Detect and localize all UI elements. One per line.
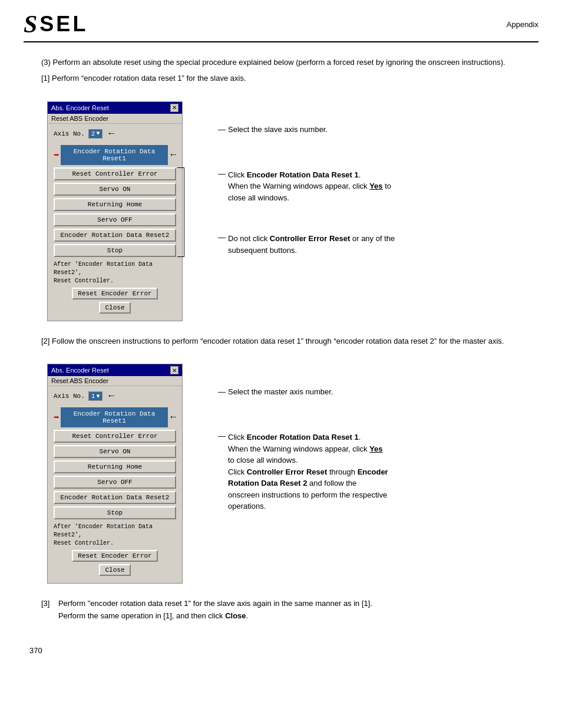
- page-number: 370: [29, 646, 533, 655]
- dialog1-annotations: — Select the slave axis number. — Click …: [218, 101, 395, 256]
- dialog1-axis-arrow-indicator: ←: [108, 129, 114, 139]
- dialog2-annot2: — Click Encoder Rotation Data Reset 1.Wh…: [218, 431, 388, 512]
- dialog1-dropdown-arrow-icon: ▼: [96, 130, 100, 137]
- dialog2-close-icon[interactable]: ✕: [170, 366, 178, 374]
- dialog1-annot3: — Do not click Controller Error Reset or…: [218, 233, 395, 256]
- logo-s-letter: S: [24, 12, 37, 37]
- dialog1-close-row: Close: [54, 302, 176, 314]
- dialog2-axis-value: 1: [91, 393, 95, 400]
- dialog1-btn1-row: ➡ Encoder Rotation Data Reset1 ←: [54, 145, 176, 165]
- step3-final-text: [3] Perform "encoder rotation data reset…: [41, 598, 533, 622]
- dialog1-titlebar: Abs. Encoder Reset ✕: [48, 102, 182, 114]
- dialog2-container: Abs. Encoder Reset ✕ Reset ABS Encoder A…: [47, 364, 183, 584]
- step2-text: [2] Follow the onscreen instructions to …: [41, 335, 533, 348]
- dialog1-returning-home-btn[interactable]: Returning Home: [54, 198, 176, 211]
- dialog1-arrow-icon: ➡: [54, 149, 59, 161]
- dialog2-note: After 'Encoder Rotation Data Reset2', Re…: [54, 523, 176, 548]
- dialog2-area: Abs. Encoder Reset ✕ Reset ABS Encoder A…: [47, 364, 533, 584]
- dialog2-servo-on-btn[interactable]: Servo ON: [54, 445, 176, 458]
- dialog2-annot1-dash: —: [218, 387, 226, 396]
- dialog2-annotations: — Select the master axis number. — Click…: [218, 364, 388, 512]
- dialog2-btn1-arrow-right: ←: [170, 412, 176, 423]
- step3-text: (3) Perform an absolute reset using the …: [29, 57, 533, 69]
- dialog2-titlebar: Abs. Encoder Reset ✕: [48, 364, 182, 376]
- dialog2-title: Abs. Encoder Reset: [51, 367, 109, 374]
- dialog1-bracket: [177, 167, 184, 257]
- dialog2-axis-label: Axis No.: [54, 393, 85, 400]
- dialog2-encoder-reset2-btn[interactable]: Encoder Rotation Data Reset2: [54, 491, 176, 504]
- dialog2-axis-dropdown[interactable]: 1 ▼: [88, 391, 103, 401]
- dialog2-close-btn[interactable]: Close: [99, 564, 130, 576]
- dialog2-box: Abs. Encoder Reset ✕ Reset ABS Encoder A…: [47, 364, 183, 584]
- logo: S SEL: [24, 12, 88, 37]
- dialog1-annot3-text: Do not click Controller Error Reset or a…: [228, 233, 395, 256]
- appendix-label: Appendix: [507, 20, 538, 29]
- dialog2-btn1-row: ➡ Encoder Rotation Data Reset1 ←: [54, 407, 176, 427]
- step3-block: [3] Perform "encoder rotation data reset…: [29, 598, 533, 622]
- dialog2-axis-arrow-indicator: ←: [108, 391, 114, 401]
- dialog2-close-row: Close: [54, 564, 176, 576]
- dialog1-btn-group: Reset Controller Error Servo ON Returnin…: [54, 167, 176, 257]
- dialog2-arrow-icon: ➡: [54, 411, 59, 423]
- dialog1-container: Abs. Encoder Reset ✕ Reset ABS Encoder A…: [47, 101, 183, 321]
- dialog1-axis-value: 2: [91, 130, 95, 137]
- dialog2-btn-group: Reset Controller Error Servo ON Returnin…: [54, 430, 176, 519]
- dialog1-annot3-dash: —: [218, 233, 226, 242]
- dialog1-reset-encoder-error-btn[interactable]: Reset Encoder Error: [72, 288, 157, 299]
- dialog1-servo-on-btn[interactable]: Servo ON: [54, 183, 176, 196]
- dialog1-title: Abs. Encoder Reset: [51, 104, 109, 111]
- dialog1-axis-row: Axis No. 2 ▼ ←: [54, 129, 176, 139]
- dialog1-note: After 'Encoder Rotation Data Reset2', Re…: [54, 261, 176, 285]
- dialog1-annot2-text: Click Encoder Rotation Data Reset 1.When…: [228, 169, 391, 204]
- dialog1-box: Abs. Encoder Reset ✕ Reset ABS Encoder A…: [47, 101, 183, 321]
- dialog1-area: Abs. Encoder Reset ✕ Reset ABS Encoder A…: [47, 101, 533, 321]
- dialog2-body: Axis No. 1 ▼ ← ➡ Encoder Rotation Data R…: [48, 386, 182, 583]
- dialog1-close-icon[interactable]: ✕: [170, 104, 178, 112]
- dialog1-reset-controller-btn[interactable]: Reset Controller Error: [54, 167, 176, 180]
- dialog2-encoder-reset1-button[interactable]: Encoder Rotation Data Reset1: [61, 407, 168, 427]
- dialog2-reset-controller-btn[interactable]: Reset Controller Error: [54, 430, 176, 443]
- dialog2-annot2-text: Click Encoder Rotation Data Reset 1.When…: [228, 431, 388, 512]
- dialog1-btn1-arrow-right: ←: [170, 150, 176, 160]
- dialog2-stop-btn[interactable]: Stop: [54, 506, 176, 519]
- dialog1-stop-btn[interactable]: Stop: [54, 244, 176, 257]
- dialog1-annot1-dash: —: [218, 125, 226, 134]
- dialog1-axis-dropdown[interactable]: 2 ▼: [88, 129, 103, 139]
- logo-sel-text: SEL: [39, 12, 88, 37]
- dialog1-menu[interactable]: Reset ABS Encoder: [48, 114, 182, 124]
- dialog2-servo-off-btn[interactable]: Servo OFF: [54, 476, 176, 489]
- dialog2-axis-row: Axis No. 1 ▼ ←: [54, 391, 176, 401]
- dialog2-annot1: — Select the master axis number.: [218, 387, 388, 396]
- main-content: (3) Perform an absolute reset using the …: [24, 57, 538, 655]
- page-header: S SEL Appendix: [24, 12, 538, 42]
- step3-sub1: [1] Perform “encoder rotation data reset…: [41, 73, 533, 85]
- dialog1-annot2: — Click Encoder Rotation Data Reset 1.Wh…: [218, 169, 395, 204]
- dialog1-encoder-reset2-btn[interactable]: Encoder Rotation Data Reset2: [54, 229, 176, 242]
- dialog1-annot1: — Select the slave axis number.: [218, 125, 395, 134]
- dialog1-encoder-reset1-button[interactable]: Encoder Rotation Data Reset1: [61, 145, 168, 165]
- dialog1-body: Axis No. 2 ▼ ← ➡ Encoder Rotation Data R…: [48, 124, 182, 321]
- dialog1-reset-encoder-error-row: Reset Encoder Error: [54, 288, 176, 299]
- dialog2-annot2-dash: —: [218, 431, 226, 440]
- step3-intro: (3) Perform an absolute reset using the …: [29, 57, 533, 85]
- dialog1-annot1-text: Select the slave axis number.: [228, 125, 328, 134]
- dialog2-reset-encoder-error-btn[interactable]: Reset Encoder Error: [72, 550, 157, 562]
- dialog1-servo-off-btn[interactable]: Servo OFF: [54, 213, 176, 226]
- dialog2-annot1-text: Select the master axis number.: [228, 387, 333, 396]
- dialog2-reset-encoder-error-row: Reset Encoder Error: [54, 550, 176, 562]
- dialog2-returning-home-btn[interactable]: Returning Home: [54, 460, 176, 473]
- dialog2-menu[interactable]: Reset ABS Encoder: [48, 376, 182, 386]
- dialog2-dropdown-arrow-icon: ▼: [96, 393, 100, 400]
- dialog1-annot2-dash: —: [218, 169, 226, 178]
- dialog1-close-btn[interactable]: Close: [99, 302, 130, 314]
- step2-block: [2] Follow the onscreen instructions to …: [29, 335, 533, 348]
- dialog1-axis-label: Axis No.: [54, 130, 85, 137]
